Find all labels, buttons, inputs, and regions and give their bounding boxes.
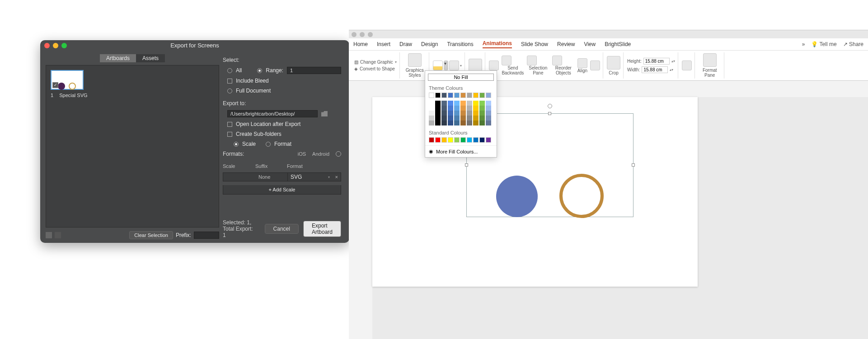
filled-circle-shape[interactable] (496, 176, 538, 217)
color-shade-swatch[interactable] (473, 121, 479, 125)
grid-view-icon[interactable] (46, 232, 52, 238)
no-fill-button[interactable]: No Fill (428, 74, 494, 81)
change-graphic-button[interactable]: ▧Change Graphic▾ (354, 60, 397, 65)
color-shade-swatch[interactable] (448, 111, 453, 116)
resize-handle-n[interactable] (548, 112, 551, 115)
folder-icon[interactable] (321, 111, 328, 116)
format-dropdown[interactable]: SVG▾ (287, 173, 333, 181)
zoom-icon[interactable] (368, 32, 373, 37)
color-shade-swatch[interactable] (467, 101, 472, 106)
color-shade-swatch[interactable] (448, 116, 453, 121)
tab-view[interactable]: View (584, 41, 596, 47)
export-artboard-button[interactable]: Export Artboard (303, 221, 341, 237)
color-swatch[interactable] (435, 137, 441, 143)
color-shade-swatch[interactable] (454, 116, 460, 121)
color-shade-swatch[interactable] (429, 106, 434, 111)
color-shade-swatch[interactable] (467, 111, 472, 116)
color-swatch[interactable] (479, 93, 485, 98)
more-tabs-icon[interactable]: » (802, 41, 805, 47)
color-swatch[interactable] (486, 137, 491, 143)
color-shade-swatch[interactable] (486, 121, 491, 125)
color-shade-swatch[interactable] (479, 106, 485, 111)
outline-icon[interactable] (449, 60, 459, 70)
color-shade-swatch[interactable] (486, 106, 491, 111)
color-shade-swatch[interactable] (429, 116, 434, 121)
width-input[interactable] (642, 66, 668, 73)
color-shade-swatch[interactable] (454, 111, 460, 116)
color-swatch[interactable] (429, 137, 434, 143)
resize-handle-e[interactable] (632, 163, 635, 167)
color-shade-swatch[interactable] (473, 111, 479, 116)
minimize-icon[interactable] (360, 32, 365, 37)
color-shade-swatch[interactable] (479, 111, 485, 116)
color-shade-swatch[interactable] (435, 111, 441, 116)
open-location-checkbox[interactable] (227, 122, 232, 127)
color-swatch[interactable] (441, 93, 447, 98)
lock-aspect-icon[interactable] (682, 60, 692, 70)
color-swatch[interactable] (467, 93, 472, 98)
color-shade-swatch[interactable] (435, 121, 441, 125)
color-shade-swatch[interactable] (429, 121, 434, 125)
color-shade-swatch[interactable] (486, 116, 491, 121)
range-input[interactable] (287, 67, 341, 74)
color-swatch[interactable] (460, 137, 466, 143)
tab-slide-show[interactable]: Slide Show (521, 41, 548, 47)
share-button[interactable]: ↗ Share (843, 41, 863, 47)
color-shade-swatch[interactable] (448, 121, 453, 125)
color-swatch[interactable] (486, 93, 491, 98)
rotate-icon[interactable] (590, 60, 600, 70)
outlined-circle-shape[interactable] (559, 174, 604, 218)
color-swatch[interactable] (429, 93, 434, 98)
color-shade-swatch[interactable] (435, 106, 441, 111)
color-swatch[interactable] (448, 93, 453, 98)
export-path-input[interactable] (227, 110, 318, 117)
color-shade-swatch[interactable] (473, 116, 479, 121)
tell-me-search[interactable]: 💡 Tell me (811, 41, 836, 47)
more-fill-colours-button[interactable]: ◉ More Fill Colours... (425, 145, 497, 157)
remove-row-icon[interactable]: × (333, 173, 341, 181)
color-shade-swatch[interactable] (435, 116, 441, 121)
color-shade-swatch[interactable] (441, 111, 447, 116)
radio-format[interactable] (266, 142, 271, 147)
resize-handle-w[interactable] (465, 163, 468, 167)
color-swatch[interactable] (479, 137, 485, 143)
tab-design[interactable]: Design (421, 41, 438, 47)
create-subfolders-checkbox[interactable] (227, 132, 232, 137)
tab-review[interactable]: Review (557, 41, 575, 47)
color-shade-swatch[interactable] (467, 106, 472, 111)
color-swatch[interactable] (441, 137, 447, 143)
graphics-styles-button[interactable] (408, 53, 422, 67)
color-shade-swatch[interactable] (479, 121, 485, 125)
color-shade-swatch[interactable] (479, 116, 485, 121)
tab-animations[interactable]: Animations (483, 40, 512, 48)
reorder-objects-button[interactable] (552, 56, 562, 65)
list-view-icon[interactable] (55, 232, 61, 238)
color-shade-swatch[interactable] (441, 121, 447, 125)
color-shade-swatch[interactable] (486, 101, 491, 106)
color-swatch[interactable] (467, 137, 472, 143)
color-shade-swatch[interactable] (467, 116, 472, 121)
color-shade-swatch[interactable] (460, 101, 466, 106)
include-bleed-checkbox[interactable] (227, 79, 232, 84)
preset-ios[interactable]: iOS (298, 151, 306, 157)
format-pane-button[interactable] (703, 53, 717, 67)
clear-selection-button[interactable]: Clear Selection (129, 231, 173, 239)
tab-brightslide[interactable]: BrightSlide (605, 41, 631, 47)
color-shade-swatch[interactable] (460, 111, 466, 116)
color-swatch[interactable] (473, 93, 479, 98)
gear-icon[interactable] (336, 151, 341, 157)
align-button[interactable] (577, 58, 587, 68)
suffix-cell[interactable]: None (256, 173, 287, 181)
color-shade-swatch[interactable] (473, 106, 479, 111)
color-shade-swatch[interactable] (441, 101, 447, 106)
selection-pane-button[interactable] (527, 56, 537, 65)
color-shade-swatch[interactable] (441, 116, 447, 121)
color-swatch[interactable] (460, 93, 466, 98)
color-swatch[interactable] (454, 137, 460, 143)
color-shade-swatch[interactable] (460, 106, 466, 111)
preset-android[interactable]: Android (312, 151, 329, 157)
color-shade-swatch[interactable] (454, 121, 460, 125)
send-backwards-button[interactable] (502, 56, 511, 65)
radio-scale[interactable] (234, 142, 239, 147)
color-swatch[interactable] (435, 93, 441, 98)
